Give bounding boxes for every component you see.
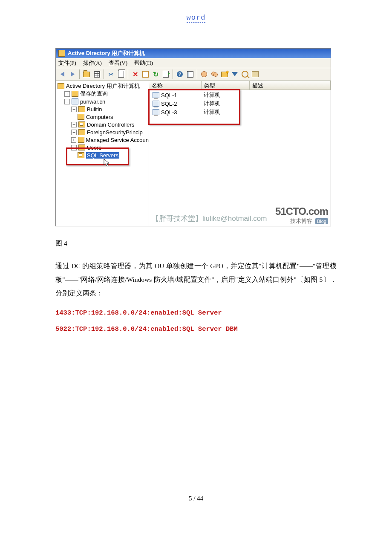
watermark-right: 51CTO.com 技术博客 Blog — [275, 205, 328, 225]
tree-item[interactable]: + Builtin — [56, 105, 149, 113]
tree-item[interactable]: + Domain Controllers — [56, 121, 149, 128]
arrow-left-icon — [61, 72, 64, 77]
folder-icon — [72, 91, 78, 97]
code-line-1: 1433:TCP:192.168.0.0/24:enabled:SQL Serv… — [55, 309, 337, 317]
list-row[interactable]: SQL-3 计算机 — [149, 108, 331, 116]
row-name: SQL-1 — [161, 92, 204, 98]
folder-icon — [78, 106, 85, 112]
tree-root[interactable]: Active Directory 用户和计算机 — [56, 82, 149, 90]
page-footer: 5 / 44 — [55, 495, 337, 502]
tree-label: ForeignSecurityPrincip — [87, 129, 143, 136]
screenshot-figure: Active Directory 用户和计算机 文件(F) 操作(A) 查看(V… — [55, 48, 331, 226]
search-icon — [242, 71, 248, 78]
delete-button[interactable]: ✕ — [130, 69, 140, 79]
tree-label: punwar.cn — [80, 98, 105, 105]
panel-button[interactable] — [185, 69, 195, 79]
help-icon: ? — [177, 71, 183, 77]
expander-icon[interactable]: + — [71, 122, 77, 127]
cursor-icon — [104, 159, 110, 167]
forward-button[interactable] — [68, 69, 77, 79]
app-icon — [58, 50, 65, 57]
expander-icon[interactable]: + — [71, 130, 77, 135]
grid-button[interactable] — [92, 69, 101, 79]
new-ou-button[interactable] — [220, 69, 229, 79]
scissors-icon: ✂ — [109, 71, 113, 78]
cut-button[interactable]: ✂ — [106, 69, 115, 79]
domain-icon — [72, 98, 78, 104]
tree-pane: Active Directory 用户和计算机 + 保存的查询 - punwar… — [56, 81, 149, 226]
tree-label: Builtin — [87, 106, 102, 113]
expander-icon[interactable]: + — [71, 145, 77, 150]
tree-item[interactable]: - punwar.cn — [56, 98, 149, 105]
menu-help[interactable]: 帮助(H) — [134, 59, 153, 67]
up-folder-button[interactable] — [82, 69, 91, 79]
menubar: 文件(F) 操作(A) 查看(V) 帮助(H) — [56, 58, 331, 68]
col-type[interactable]: 类型 — [202, 81, 250, 90]
tree-item[interactable]: + Users — [56, 144, 149, 151]
watermark-sub: 技术博客 — [290, 218, 312, 224]
menu-view[interactable]: 查看(V) — [109, 59, 127, 67]
code-line-2: 5022:TCP:192.168.0.0/24:enabled:SQL Serv… — [55, 325, 337, 333]
tree-item[interactable]: + ForeignSecurityPrincip — [56, 128, 149, 136]
list-pane: 名称 类型 描述 SQL-1 计算机 SQL-2 计算机 — [149, 81, 331, 226]
tree-label: Managed Service Accoun — [86, 137, 149, 143]
refresh-icon: ↻ — [153, 70, 159, 78]
properties-icon — [142, 71, 149, 78]
refresh-button[interactable]: ↻ — [151, 69, 160, 79]
tree-label: 保存的查询 — [80, 90, 108, 98]
col-desc[interactable]: 描述 — [250, 81, 331, 90]
expander-icon[interactable]: + — [64, 91, 70, 97]
new-user-button[interactable] — [199, 69, 209, 79]
tree-label-selected: SQL Servers — [86, 152, 119, 159]
copy-button[interactable] — [116, 69, 126, 79]
export-button[interactable] — [161, 69, 170, 79]
tree-item[interactable]: + 保存的查询 — [56, 90, 149, 98]
folder-icon — [78, 145, 85, 150]
users-icon — [211, 72, 217, 77]
expander-icon[interactable]: - — [64, 99, 70, 104]
properties-button[interactable] — [141, 69, 150, 79]
tree-label: Computers — [86, 114, 113, 120]
folder-icon — [78, 137, 84, 143]
tree-item[interactable]: Computers — [56, 113, 149, 121]
copy-icon — [118, 71, 124, 78]
menu-action[interactable]: 操作(A) — [83, 59, 102, 67]
find-button[interactable] — [240, 69, 250, 79]
page-header: word — [55, 14, 337, 23]
menu-file[interactable]: 文件(F) — [58, 59, 76, 67]
new-group-button[interactable] — [210, 69, 219, 79]
header-word: word — [187, 14, 206, 23]
body-paragraph: 通过 DC 的组策略管理器，为其 OU 单独创建一个 GPO，并定位其"计算机配… — [55, 259, 337, 300]
new-folder-icon — [221, 72, 228, 77]
computer-icon — [153, 92, 159, 98]
ou-icon — [78, 152, 84, 158]
ou-icon — [78, 121, 85, 127]
list-row[interactable]: SQL-2 计算机 — [149, 99, 331, 108]
filter-button[interactable] — [230, 69, 239, 79]
expander-icon[interactable]: + — [71, 107, 77, 112]
help-button[interactable]: ? — [175, 69, 184, 79]
tree-label: Domain Controllers — [87, 121, 134, 128]
panel-icon — [187, 71, 193, 78]
misc-button[interactable] — [251, 69, 260, 79]
folder-icon — [83, 72, 90, 77]
expander-icon[interactable]: + — [71, 137, 76, 143]
toolbar-separator — [79, 69, 80, 79]
filter-icon — [232, 72, 238, 76]
col-name[interactable]: 名称 — [149, 81, 202, 90]
arrow-right-icon — [71, 72, 75, 77]
tree-item-selected[interactable]: SQL Servers — [56, 151, 149, 159]
expander-blank — [71, 115, 76, 119]
main-area: Active Directory 用户和计算机 + 保存的查询 - punwar… — [56, 81, 331, 226]
user-icon — [201, 71, 207, 77]
watermark-left: 【胖哥技术堂】liulike@hotmail.com — [152, 214, 267, 223]
grid-icon — [94, 71, 100, 78]
list-row[interactable]: SQL-1 计算机 — [149, 91, 331, 99]
back-button[interactable] — [58, 69, 67, 79]
window-titlebar: Active Directory 用户和计算机 — [56, 49, 331, 58]
row-name: SQL-2 — [161, 101, 204, 107]
watermark-logo: 51CTO.com — [275, 205, 328, 217]
tree-root-label: Active Directory 用户和计算机 — [66, 82, 140, 90]
root-icon — [58, 83, 64, 89]
tree-item[interactable]: + Managed Service Accoun — [56, 136, 149, 144]
